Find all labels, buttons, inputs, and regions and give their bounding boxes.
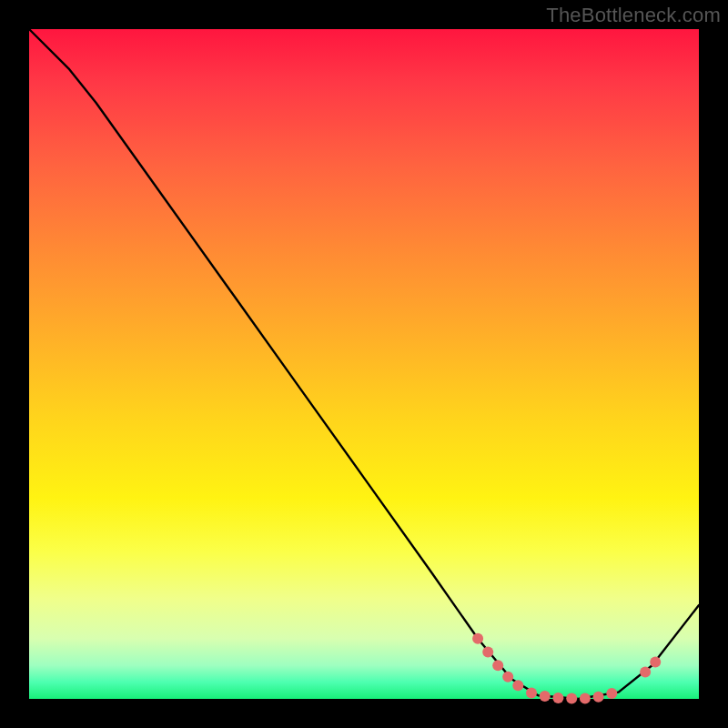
watermark-text: TheBottleneck.com [546,4,721,27]
highlight-dot [502,672,513,682]
chart-svg [29,29,699,699]
chart-frame: TheBottleneck.com [0,0,728,728]
highlight-dot [640,667,651,678]
highlight-dot [482,647,493,658]
highlight-dot [606,688,617,699]
highlight-dots [472,633,661,704]
highlight-dot [650,657,661,668]
highlight-dot [552,693,563,703]
highlight-dot [526,687,537,698]
highlight-dot [566,693,577,704]
highlight-dot [593,692,604,703]
highlight-dot [492,660,503,671]
bottleneck-curve [29,29,699,699]
highlight-dot [540,691,551,702]
highlight-dot [580,693,591,704]
highlight-dot [472,633,483,644]
plot-area [29,29,699,699]
highlight-dot [512,680,523,691]
